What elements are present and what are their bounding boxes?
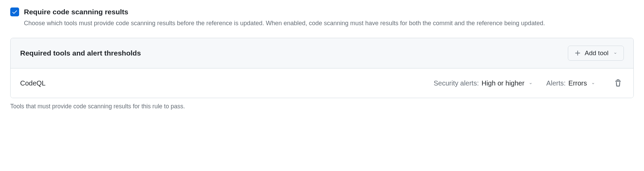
add-tool-button[interactable]: Add tool xyxy=(568,46,624,61)
tool-name: CodeQL xyxy=(20,79,420,87)
panel-header: Required tools and alert thresholds Add … xyxy=(11,38,633,68)
plus-icon xyxy=(574,50,581,57)
tools-panel: Required tools and alert thresholds Add … xyxy=(10,38,634,98)
setting-title: Require code scanning results xyxy=(24,7,634,17)
add-tool-label: Add tool xyxy=(585,49,608,57)
setting-description: Choose which tools must provide code sca… xyxy=(24,19,634,28)
caret-down-icon xyxy=(590,79,595,87)
require-code-scanning-checkbox[interactable] xyxy=(10,7,19,16)
trash-icon xyxy=(614,79,622,87)
security-alerts-label: Security alerts: xyxy=(434,79,479,87)
checkmark-icon xyxy=(12,9,18,15)
panel-title: Required tools and alert thresholds xyxy=(20,49,141,57)
delete-tool-button[interactable] xyxy=(612,77,624,89)
alerts-dropdown[interactable]: Alerts: Errors xyxy=(546,79,595,87)
header-text-block: Require code scanning results Choose whi… xyxy=(24,7,634,28)
footer-note: Tools that must provide code scanning re… xyxy=(10,103,634,110)
caret-down-icon xyxy=(613,49,617,57)
alerts-value: Errors xyxy=(569,79,587,87)
alerts-label: Alerts: xyxy=(546,79,566,87)
tool-row: CodeQL Security alerts: High or higher A… xyxy=(11,68,633,98)
setting-header: Require code scanning results Choose whi… xyxy=(10,7,634,28)
security-alerts-dropdown[interactable]: Security alerts: High or higher xyxy=(434,79,533,87)
caret-down-icon xyxy=(527,79,533,87)
security-alerts-value: High or higher xyxy=(481,79,524,87)
